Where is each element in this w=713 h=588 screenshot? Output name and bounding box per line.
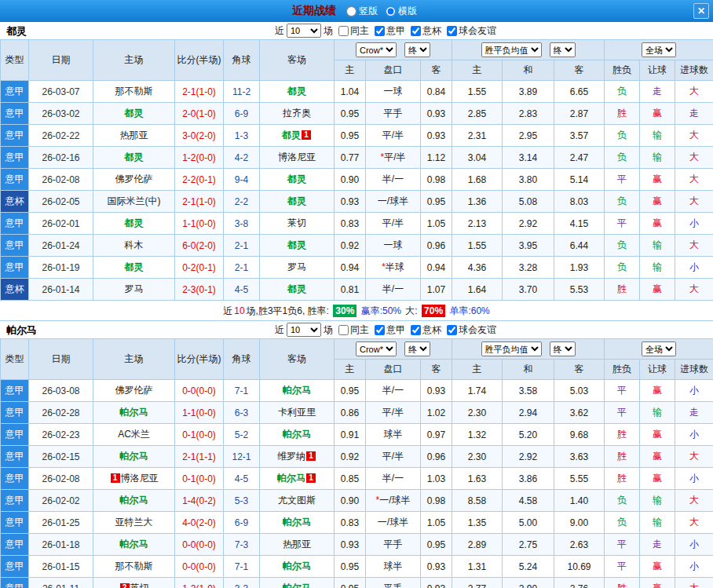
asian-odds-controls: Crow* 终 — [335, 339, 452, 360]
layout-horizontal-radio[interactable] — [386, 6, 396, 16]
stats-summary: 近10场,胜3平1负6, 胜率: 30% 赢率:50% 大: 70% 单率:60… — [0, 301, 713, 321]
league-type-cell: 意甲 — [1, 213, 29, 235]
league-type-cell: 意甲 — [1, 81, 29, 103]
away-team-cell: 都灵 — [260, 279, 335, 301]
handicap-result-cell: 输 — [640, 235, 675, 257]
club-friendly-checkbox[interactable] — [447, 26, 457, 36]
euro-final-select[interactable]: 终 — [550, 42, 576, 57]
asian-final-select[interactable]: 终 — [404, 42, 430, 57]
scope-select[interactable]: 全场 — [642, 42, 676, 57]
match-row: 意甲26-01-15那不勒斯0-0(0-0)7-1帕尔马0.95球半0.931.… — [1, 556, 713, 578]
handicap-result-cell: 赢 — [640, 169, 675, 191]
filter-same-home[interactable]: 同主 — [338, 323, 369, 337]
club-friendly-checkbox[interactable] — [447, 325, 457, 335]
handicap-line-cell: 半/一 — [366, 468, 421, 490]
serie-a-checkbox[interactable] — [375, 26, 385, 36]
euro-draw-odds-cell: 5.08 — [503, 191, 554, 213]
league-type-cell: 意甲 — [1, 468, 29, 490]
euro-draw-odds-cell: 3.58 — [503, 380, 554, 402]
result-cell: 胜 — [605, 424, 640, 446]
close-icon[interactable]: ✕ — [693, 3, 709, 19]
euro-win-odds-cell: 3.04 — [452, 147, 503, 169]
opponent-team-name: 莱切 — [287, 217, 306, 228]
col-handicap-result: 让球 — [640, 60, 675, 81]
games-count-select[interactable]: 10 — [287, 24, 321, 38]
corners-cell: 3-3 — [224, 578, 260, 588]
home-team-cell: 那不勒斯 — [93, 556, 175, 578]
asian-home-odds-cell: 0.95 — [335, 125, 366, 147]
handicap-line-cell: 平手 — [366, 534, 421, 556]
opponent-team-name: 那不勒斯 — [115, 86, 153, 97]
layout-vertical-option[interactable]: 竖版 — [346, 5, 378, 18]
euro-lose-odds-cell: 3.57 — [554, 125, 605, 147]
filter-club-friendly[interactable]: 球会友谊 — [447, 323, 496, 337]
same-home-checkbox[interactable] — [338, 325, 349, 335]
col-handicap-line: 盘口 — [366, 60, 421, 81]
goals-result-cell: 大 — [675, 81, 713, 103]
euro-lose-odds-cell: 6.65 — [554, 81, 605, 103]
scope-controls: 全场 — [605, 339, 713, 360]
score-cell: 0-0(0-0) — [175, 534, 224, 556]
score-cell: 4-0(2-0) — [175, 512, 224, 534]
opponent-team-name: 罗马 — [287, 261, 306, 272]
near-label: 近 — [275, 323, 284, 337]
score-cell: 1-1(0-0) — [175, 402, 224, 424]
handicap-line-cell: *平/半 — [366, 147, 421, 169]
euro-odds-select[interactable]: 胜平负均值 — [481, 341, 542, 356]
euro-win-odds-cell: 4.36 — [452, 257, 503, 279]
red-card-badge: 1 — [302, 130, 311, 140]
date-cell: 26-02-01 — [29, 213, 93, 235]
team-name: 都灵 — [6, 24, 27, 38]
scope-select[interactable]: 全场 — [642, 341, 676, 356]
serie-a-checkbox[interactable] — [375, 325, 385, 335]
filter-serie-a[interactable]: 意甲 — [375, 323, 405, 337]
bookmaker-select[interactable]: Crow* — [356, 42, 397, 57]
score-cell: 1-4(0-2) — [175, 490, 224, 512]
handicap-line-cell: 平/半 — [366, 446, 421, 468]
score-cell: 2-0(1-0) — [175, 103, 224, 125]
team-section-parma: 帕尔马 近 10 场 同主 意甲 意杯 球会友谊 类型 日期 主场 比分(半场)… — [0, 321, 713, 588]
result-cell: 平 — [605, 402, 640, 424]
opponent-team-name: 热那亚 — [283, 539, 311, 550]
star-mark: * — [375, 495, 379, 506]
date-cell: 26-02-05 — [29, 191, 93, 213]
euro-lose-odds-cell: 2.47 — [554, 147, 605, 169]
col-corners: 角球 — [224, 339, 260, 380]
euro-final-select[interactable]: 终 — [550, 341, 576, 356]
euro-odds-select[interactable]: 胜平负均值 — [481, 42, 542, 57]
score-cell: 1-1(0-0) — [175, 213, 224, 235]
handicap-result-cell: 赢 — [640, 578, 675, 588]
bookmaker-select[interactable]: Crow* — [356, 341, 397, 356]
layout-horizontal-option[interactable]: 横版 — [386, 5, 417, 18]
result-cell: 平 — [605, 556, 640, 578]
asian-home-odds-cell: 0.95 — [335, 103, 366, 125]
league-type-cell: 意甲 — [1, 257, 29, 279]
home-team-cell: 罗马 — [93, 279, 175, 301]
coppa-italia-checkbox[interactable] — [411, 325, 421, 335]
filter-coppa-italia[interactable]: 意杯 — [411, 323, 441, 337]
filter-club-friendly[interactable]: 球会友谊 — [447, 24, 496, 38]
home-team-cell: 帕尔马 — [93, 490, 175, 512]
date-cell: 26-01-14 — [29, 279, 93, 301]
corners-cell: 3-8 — [224, 213, 260, 235]
red-card-badge: 1 — [306, 451, 316, 461]
focus-team-name: 帕尔马 — [283, 429, 311, 440]
col-handicap-result: 让球 — [640, 360, 675, 380]
coppa-italia-checkbox[interactable] — [411, 26, 421, 36]
asian-away-odds-cell: 1.07 — [421, 279, 452, 301]
filter-same-home[interactable]: 同主 — [338, 24, 369, 38]
same-home-checkbox[interactable] — [338, 26, 349, 36]
date-cell: 26-03-08 — [29, 380, 93, 402]
filter-coppa-italia[interactable]: 意杯 — [411, 24, 441, 38]
away-team-cell: 热那亚 — [260, 534, 335, 556]
asian-final-select[interactable]: 终 — [404, 341, 430, 356]
score-cell: 3-0(2-0) — [175, 125, 224, 147]
layout-vertical-radio[interactable] — [346, 6, 356, 16]
filter-serie-a[interactable]: 意甲 — [375, 24, 405, 38]
handicap-line-cell: 平/半 — [366, 213, 421, 235]
away-team-cell: 都灵1 — [260, 125, 335, 147]
asian-home-odds-cell: 0.93 — [335, 534, 366, 556]
away-team-cell: 帕尔马 — [260, 512, 335, 534]
away-team-cell: 莱切 — [260, 213, 335, 235]
games-count-select[interactable]: 10 — [287, 323, 321, 337]
